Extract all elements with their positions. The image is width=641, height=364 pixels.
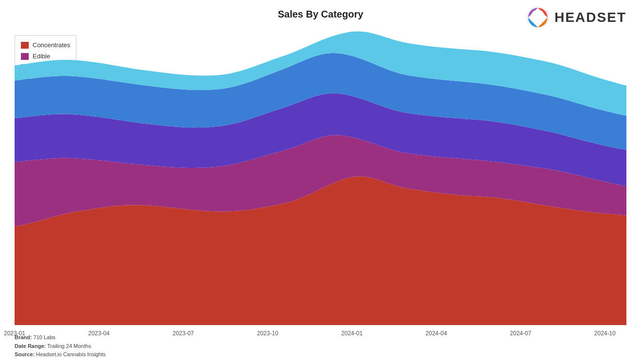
brand-value: 710 Labs [34, 334, 55, 340]
x-label-7: 2024-10 [594, 330, 616, 337]
source-label: Source: [15, 351, 35, 357]
footer-date-range: Date Range: Trailing 24 Months [15, 342, 106, 351]
x-label-6: 2024-07 [510, 330, 531, 337]
date-range-label: Date Range: [15, 343, 46, 349]
x-label-4: 2024-01 [341, 330, 363, 337]
svg-point-0 [527, 7, 549, 29]
chart-container: Sales By Category HEADSET Concentrates E… [0, 0, 641, 364]
brand-label: Brand: [15, 334, 32, 340]
x-axis-labels: 2023-01 2023-04 2023-07 2023-10 2024-01 … [15, 330, 626, 337]
x-label-5: 2024-04 [425, 330, 447, 337]
headset-logo-icon [526, 6, 549, 29]
svg-rect-1 [531, 16, 533, 21]
footer-brand: Brand: 710 Labs [15, 333, 106, 342]
logo-area: HEADSET [526, 6, 626, 29]
svg-rect-2 [543, 16, 546, 21]
x-label-2: 2023-07 [173, 330, 194, 337]
chart-svg [15, 30, 626, 325]
footer-source: Source: Headset.io Cannabis Insights [15, 350, 106, 359]
source-value: Headset.io Cannabis Insights [36, 351, 106, 357]
x-label-3: 2023-10 [257, 330, 278, 337]
logo-text: HEADSET [554, 10, 626, 25]
footer-info: Brand: 710 Labs Date Range: Trailing 24 … [15, 333, 106, 359]
chart-title: Sales By Category [278, 9, 364, 20]
chart-area [15, 30, 626, 325]
date-range-value: Trailing 24 Months [47, 343, 91, 349]
